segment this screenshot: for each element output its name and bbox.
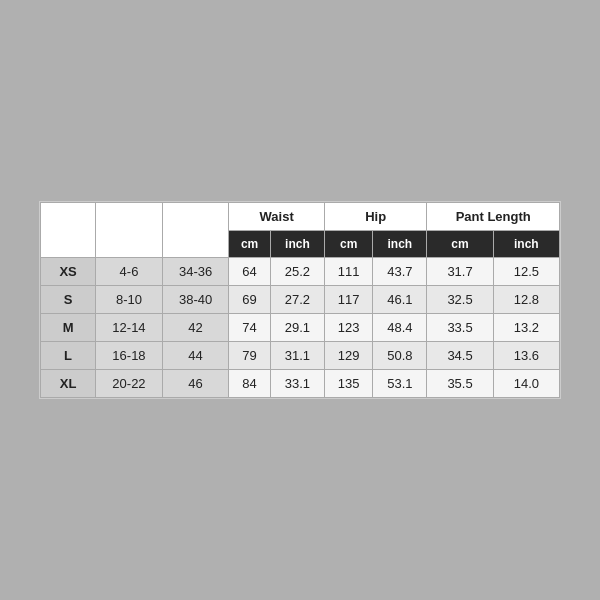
cell-hip-inch: 53.1 xyxy=(373,370,427,398)
table-row: M 12-14 42 74 29.1 123 48.4 33.5 13.2 xyxy=(41,314,560,342)
group-eu: EU xyxy=(162,203,229,258)
cell-hip-inch: 46.1 xyxy=(373,286,427,314)
table-row: XS 4-6 34-36 64 25.2 111 43.7 31.7 12.5 xyxy=(41,258,560,286)
cell-us: 20-22 xyxy=(96,370,163,398)
cell-eu: 38-40 xyxy=(162,286,229,314)
group-us: US xyxy=(96,203,163,258)
cell-pant-cm: 31.7 xyxy=(427,258,493,286)
size-chart-body: XS 4-6 34-36 64 25.2 111 43.7 31.7 12.5 … xyxy=(41,258,560,398)
cell-size: XS xyxy=(41,258,96,286)
cell-pant-inch: 13.2 xyxy=(493,314,559,342)
cell-hip-cm: 129 xyxy=(324,342,372,370)
group-pant: Pant Length xyxy=(427,203,560,231)
cell-waist-cm: 69 xyxy=(229,286,271,314)
table-row: S 8-10 38-40 69 27.2 117 46.1 32.5 12.8 xyxy=(41,286,560,314)
cell-us: 8-10 xyxy=(96,286,163,314)
cell-waist-cm: 84 xyxy=(229,370,271,398)
cell-pant-cm: 33.5 xyxy=(427,314,493,342)
sub-pant-cm: cm xyxy=(427,231,493,258)
group-size: Size xyxy=(41,203,96,258)
cell-pant-inch: 12.8 xyxy=(493,286,559,314)
cell-waist-cm: 79 xyxy=(229,342,271,370)
cell-hip-cm: 123 xyxy=(324,314,372,342)
cell-pant-inch: 14.0 xyxy=(493,370,559,398)
cell-eu: 46 xyxy=(162,370,229,398)
cell-us: 16-18 xyxy=(96,342,163,370)
cell-hip-cm: 117 xyxy=(324,286,372,314)
cell-hip-cm: 135 xyxy=(324,370,372,398)
cell-us: 12-14 xyxy=(96,314,163,342)
cell-pant-cm: 34.5 xyxy=(427,342,493,370)
cell-pant-cm: 32.5 xyxy=(427,286,493,314)
cell-waist-inch: 33.1 xyxy=(270,370,324,398)
cell-hip-inch: 43.7 xyxy=(373,258,427,286)
cell-waist-inch: 25.2 xyxy=(270,258,324,286)
cell-waist-inch: 27.2 xyxy=(270,286,324,314)
cell-hip-inch: 50.8 xyxy=(373,342,427,370)
table-row: L 16-18 44 79 31.1 129 50.8 34.5 13.6 xyxy=(41,342,560,370)
cell-waist-inch: 29.1 xyxy=(270,314,324,342)
cell-waist-inch: 31.1 xyxy=(270,342,324,370)
cell-pant-inch: 12.5 xyxy=(493,258,559,286)
cell-size: S xyxy=(41,286,96,314)
sub-hip-inch: inch xyxy=(373,231,427,258)
group-header-row: Size US EU Waist Hip Pant Length xyxy=(41,203,560,231)
sub-hip-cm: cm xyxy=(324,231,372,258)
group-waist: Waist xyxy=(229,203,325,231)
cell-us: 4-6 xyxy=(96,258,163,286)
cell-eu: 34-36 xyxy=(162,258,229,286)
cell-waist-cm: 74 xyxy=(229,314,271,342)
cell-size: XL xyxy=(41,370,96,398)
cell-size: M xyxy=(41,314,96,342)
size-chart-wrapper: Size US EU Waist Hip Pant Length cm inch… xyxy=(39,201,561,399)
group-hip: Hip xyxy=(324,203,426,231)
cell-pant-cm: 35.5 xyxy=(427,370,493,398)
table-row: XL 20-22 46 84 33.1 135 53.1 35.5 14.0 xyxy=(41,370,560,398)
cell-size: L xyxy=(41,342,96,370)
sub-waist-inch: inch xyxy=(270,231,324,258)
cell-hip-cm: 111 xyxy=(324,258,372,286)
size-chart-table: Size US EU Waist Hip Pant Length cm inch… xyxy=(40,202,560,398)
cell-eu: 42 xyxy=(162,314,229,342)
cell-eu: 44 xyxy=(162,342,229,370)
cell-waist-cm: 64 xyxy=(229,258,271,286)
cell-hip-inch: 48.4 xyxy=(373,314,427,342)
sub-waist-cm: cm xyxy=(229,231,271,258)
sub-pant-inch: inch xyxy=(493,231,559,258)
cell-pant-inch: 13.6 xyxy=(493,342,559,370)
